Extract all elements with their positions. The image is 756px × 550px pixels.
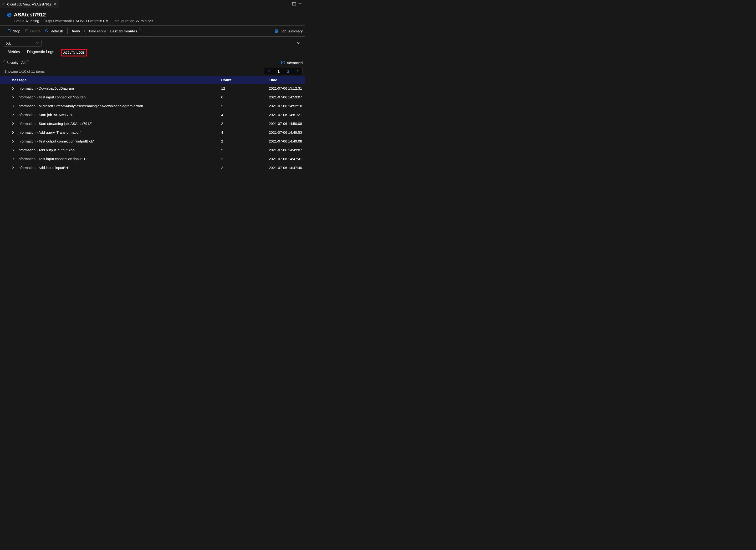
delete-label: Delete <box>30 29 41 33</box>
more-icon[interactable] <box>299 2 303 6</box>
row-time: 2021-07-06 14:47:41 <box>269 157 305 161</box>
external-link-icon <box>281 61 285 65</box>
trash-icon <box>25 29 28 33</box>
row-time: 2021-07-06 14:51:21 <box>269 113 305 117</box>
chevron-right-icon[interactable] <box>11 131 15 134</box>
advanced-link[interactable]: Advanced <box>281 61 303 65</box>
tab-metrics-label: Metrics <box>8 50 20 54</box>
table-row[interactable]: Information - Test input connection 'inp… <box>0 154 305 163</box>
chevron-right-icon[interactable] <box>11 96 15 99</box>
row-time: 2021-07-06 14:49:53 <box>269 130 305 134</box>
row-time: 2021-07-06 15:12:31 <box>269 86 305 90</box>
page-next[interactable] <box>293 68 302 75</box>
chevron-right-icon[interactable] <box>11 104 15 108</box>
filter-row: Severity : All Advanced <box>0 56 305 67</box>
time-range-pill[interactable]: Time range : Last 30 minutes <box>84 28 141 34</box>
row-message: Information - DownloadJobDiagram <box>18 86 74 90</box>
chevron-right-icon[interactable] <box>11 166 15 169</box>
page-2[interactable]: 2 <box>283 68 293 75</box>
document-icon <box>274 29 278 33</box>
table-row[interactable]: Information - Microsoft.StreamAnalytics/… <box>0 102 305 110</box>
row-time: 2021-07-06 14:50:08 <box>269 122 305 126</box>
page-prev[interactable] <box>264 68 274 75</box>
row-time: 2021-07-06 14:52:18 <box>269 104 305 108</box>
time-range-value: Last 30 minutes <box>110 29 137 33</box>
tab-diagnostic-logs[interactable]: Diagnostic Logs <box>27 48 55 56</box>
row-count: 2 <box>221 166 269 170</box>
chevron-right-icon[interactable] <box>11 148 15 152</box>
close-icon[interactable] <box>53 2 57 6</box>
time-range-label: Time range : <box>88 29 108 33</box>
chevron-right-icon[interactable] <box>11 140 15 143</box>
row-count: 6 <box>221 95 269 99</box>
advanced-label: Advanced <box>287 61 303 65</box>
table-row[interactable]: Information - Add query 'Transformation'… <box>0 128 305 137</box>
svg-point-1 <box>299 4 300 4</box>
row-time: 2021-07-06 14:49:07 <box>269 148 305 152</box>
titlebar: Cloud Job View: ASAtest7912 <box>0 0 305 8</box>
tab-activity-logs[interactable]: Activity Logs <box>61 49 87 56</box>
stop-button[interactable]: Stop <box>7 29 20 33</box>
row-count: 12 <box>221 86 269 90</box>
table-row[interactable]: Information - Start streaming job 'ASAte… <box>0 119 305 128</box>
table-row[interactable]: Information - Add input 'inputEH'22021-0… <box>0 163 305 172</box>
row-message: Information - Add query 'Transformation' <box>18 130 81 134</box>
table-row[interactable]: Information - DownloadJobDiagram122021-0… <box>0 84 305 93</box>
job-title: ASAtest7912 <box>14 12 46 18</box>
showing-text: Showing 1-10 of 11 items <box>4 69 45 73</box>
row-message: Information - Test input connection 'inp… <box>18 95 86 99</box>
subtabs: Metrics Diagnostic Logs Activity Logs <box>0 48 305 56</box>
job-icon <box>7 13 11 17</box>
chevron-down-icon <box>36 41 39 45</box>
row-count: 2 <box>221 139 269 143</box>
menu-icon <box>2 2 5 6</box>
svg-point-3 <box>302 4 302 4</box>
row-message: Information - Microsoft.StreamAnalytics/… <box>18 104 143 108</box>
col-count[interactable]: Count <box>221 78 269 82</box>
divider <box>146 28 146 34</box>
chevron-right-icon[interactable] <box>11 122 15 125</box>
table-row[interactable]: Information - Add output 'outputBlob'220… <box>0 146 305 154</box>
chevron-right-icon[interactable] <box>11 113 15 117</box>
delete-button[interactable]: Delete <box>25 29 41 33</box>
row-time: 2021-07-06 14:59:07 <box>269 95 305 99</box>
table-row[interactable]: Information - Start job 'ASAtest7912'420… <box>0 110 305 119</box>
row-message: Information - Start job 'ASAtest7912' <box>18 113 75 117</box>
editor-tab[interactable]: Cloud Job View: ASAtest7912 <box>0 0 59 8</box>
row-message: Information - Add input 'inputEH' <box>18 166 69 170</box>
watermark-label: Output watermark <box>43 19 72 23</box>
row-message: Information - Start streaming job 'ASAte… <box>18 122 92 126</box>
tab-metrics[interactable]: Metrics <box>7 48 20 56</box>
svg-rect-4 <box>8 30 10 32</box>
chevron-right-icon[interactable] <box>11 157 15 161</box>
refresh-button[interactable]: Refresh <box>45 29 63 33</box>
chevron-down-icon[interactable] <box>296 41 301 46</box>
table-row[interactable]: Information - Test output connection 'ou… <box>0 137 305 146</box>
pager: 1 2 <box>264 68 303 75</box>
scope-select[interactable]: Job <box>3 40 41 46</box>
severity-pill[interactable]: Severity : All <box>3 60 29 65</box>
divider <box>67 28 68 34</box>
col-time[interactable]: Time <box>269 78 305 82</box>
job-summary-button[interactable]: Job Summary <box>274 29 303 33</box>
row-count: 2 <box>221 104 269 108</box>
stop-label: Stop <box>13 29 20 33</box>
status-value: Running <box>26 19 39 23</box>
chevron-right-icon[interactable] <box>11 87 15 90</box>
row-message: Information - Test input connection 'inp… <box>18 157 87 161</box>
duration-value: 27 minutes <box>136 19 153 23</box>
scope-value: Job <box>5 41 11 45</box>
row-time: 2021-07-06 14:49:08 <box>269 139 305 143</box>
page-current[interactable]: 1 <box>274 68 283 75</box>
severity-value: All <box>21 61 26 65</box>
col-message[interactable]: Message <box>0 78 221 82</box>
tab-diagnostic-label: Diagnostic Logs <box>27 50 54 54</box>
count-row: Showing 1-10 of 11 items 1 2 <box>0 67 305 76</box>
table-row[interactable]: Information - Test input connection 'inp… <box>0 93 305 102</box>
job-header: ASAtest7912 Status Running Output waterm… <box>0 8 305 25</box>
refresh-icon <box>45 29 49 33</box>
split-editor-icon[interactable] <box>292 2 296 6</box>
row-message: Information - Test output connection 'ou… <box>18 139 94 143</box>
tab-title: Cloud Job View: ASAtest7912 <box>7 2 51 6</box>
svg-point-2 <box>301 4 301 4</box>
